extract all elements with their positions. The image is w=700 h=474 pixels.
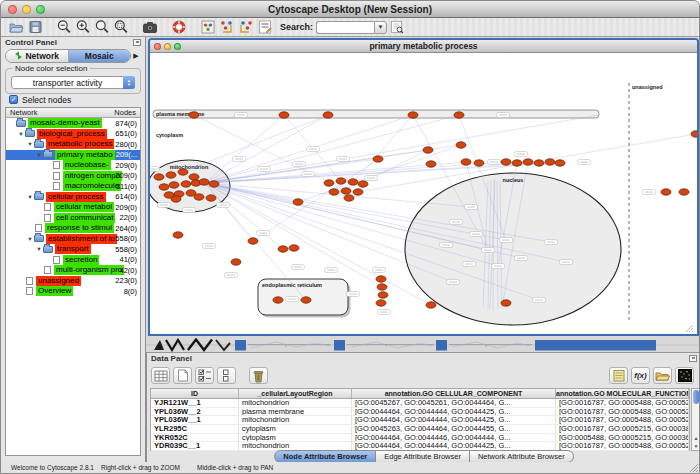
expander-icon[interactable]: ▼	[26, 236, 34, 242]
network-node[interactable]	[661, 189, 671, 195]
network-node[interactable]	[273, 297, 283, 303]
table-cell[interactable]: YJR121W__1	[151, 399, 239, 407]
table-cell[interactable]: [GO:0016787, GO:0005488, GO:0005215, G..…	[556, 399, 689, 407]
network-node[interactable]	[512, 160, 522, 166]
expander-icon[interactable]: ▼	[35, 152, 43, 158]
network-node[interactable]	[679, 189, 689, 195]
tab-overflow-button[interactable]: ▶	[131, 52, 141, 60]
window-titlebar[interactable]: Cytoscape Desktop (New Session)	[1, 1, 699, 18]
table-cell[interactable]: [GO:0044464, GO:0044444, GO:0044425, G..…	[352, 442, 556, 450]
table-cell[interactable]: YDR039C__1	[151, 442, 239, 450]
network-node[interactable]	[353, 189, 363, 195]
tree-row-8[interactable]: cellular metabol209(0)	[6, 202, 140, 213]
tree-row-12[interactable]: ▼transport558(0)	[6, 244, 140, 255]
tree-col-nodes[interactable]: Nodes	[114, 108, 136, 117]
save-button[interactable]	[25, 19, 44, 36]
column-header-1[interactable]: _cellularLayoutRegion	[239, 389, 352, 398]
network-node[interactable]	[501, 300, 511, 306]
tree-col-network[interactable]: Network	[10, 108, 38, 117]
network-node[interactable]	[408, 112, 418, 118]
table-cell[interactable]: YPL036W__2	[151, 408, 239, 416]
table-cell[interactable]: [GO:0016787, GO:0005488, GO:0005215, G..…	[556, 416, 689, 424]
annotation-button[interactable]	[255, 19, 274, 36]
network-node[interactable]	[173, 232, 183, 238]
network-node[interactable]	[166, 172, 176, 178]
tree-row-16[interactable]: Overview8(0)	[6, 286, 140, 297]
select-attributes-button[interactable]	[195, 367, 214, 384]
table-cell[interactable]: [GO:0016787, GO:0005488, GO:0005215, G..…	[556, 442, 689, 450]
network-node[interactable]	[169, 182, 179, 188]
network-node[interactable]	[171, 196, 181, 202]
network-canvas[interactable]: plasma membranecytoplasmmitochondrionnuc…	[150, 53, 697, 334]
search-input[interactable]	[316, 21, 374, 34]
network-node[interactable]	[194, 194, 204, 200]
scroll-down-button[interactable]: ▼	[692, 442, 700, 450]
network-node[interactable]	[376, 276, 386, 282]
notepad-button[interactable]	[609, 367, 628, 384]
table-cell[interactable]: YKR052C	[151, 434, 239, 442]
network-node[interactable]	[474, 160, 484, 166]
table-cell[interactable]: [GO:0044464, GO:0044444, GO:0044425, G..…	[352, 416, 556, 424]
tree-row-10[interactable]: response to stimul264(0)	[6, 223, 140, 234]
network-node[interactable]	[324, 180, 334, 186]
search-options-button[interactable]	[387, 19, 406, 36]
table-row-3[interactable]: YLR295Ccytoplasm[GO:0045263, GO:0044464,…	[151, 425, 689, 434]
network-node[interactable]	[199, 179, 209, 185]
layout-button-2[interactable]	[236, 19, 255, 36]
table-cell[interactable]: [GO:0016787, GO:0005488, GO:0005215, G..…	[556, 408, 689, 416]
network-node[interactable]	[301, 297, 311, 303]
table-cell[interactable]: YLR295C	[151, 425, 239, 433]
column-header-0[interactable]: ID	[151, 389, 239, 398]
expander-icon[interactable]: ▼	[26, 141, 34, 147]
network-node[interactable]	[248, 238, 258, 244]
search-dropdown-arrow[interactable]: ▼	[374, 21, 387, 34]
tree-row-14[interactable]: multi-organism pro42(0)	[6, 265, 140, 276]
network-node[interactable]	[159, 184, 169, 190]
expander-icon[interactable]: ▼	[35, 246, 43, 252]
resize-grip-icon[interactable]	[689, 463, 698, 472]
table-cell[interactable]: cytoplasm	[239, 425, 352, 433]
tree-row-1[interactable]: ▼biological_process651(0)	[6, 129, 140, 140]
network-node[interactable]	[454, 112, 464, 118]
network-view-window[interactable]: primary metabolic process plasma membran…	[148, 38, 699, 336]
dropdown-stepper-icon[interactable]: ▲▼	[123, 76, 135, 89]
tab-network[interactable]: Network	[6, 50, 69, 62]
network-node[interactable]	[423, 147, 433, 153]
table-cell[interactable]: [GO:0044464, GO:0044446, GO:0044444, G..…	[352, 434, 556, 442]
table-row-2[interactable]: YPL036W__1mitochondrion[GO:0044464, GO:0…	[151, 416, 689, 425]
network-node[interactable]	[189, 174, 199, 180]
table-cell[interactable]: cytoplasm	[239, 434, 352, 442]
zoom-in-button[interactable]	[73, 19, 92, 36]
table-cell[interactable]: [GO:0005488, GO:0005215, GO:0003674]	[556, 434, 689, 442]
network-node[interactable]	[278, 246, 288, 252]
network-node[interactable]	[378, 292, 388, 298]
network-node[interactable]	[523, 159, 533, 165]
network-node[interactable]	[534, 160, 544, 166]
network-node[interactable]	[209, 181, 219, 187]
float-data-panel-icon[interactable]	[689, 355, 697, 362]
network-node[interactable]	[289, 245, 299, 251]
table-row-1[interactable]: YPL036W__2plasma membrane[GO:0044464, GO…	[151, 408, 689, 417]
table-cell[interactable]: mitochondrion	[239, 399, 352, 407]
network-node[interactable]	[358, 181, 368, 187]
snapshot-button[interactable]	[140, 19, 159, 36]
network-node[interactable]	[555, 160, 565, 166]
network-window-titlebar[interactable]: primary metabolic process	[150, 40, 697, 53]
table-cell[interactable]: mitochondrion	[239, 416, 352, 424]
network-node[interactable]	[456, 142, 466, 148]
network-node[interactable]	[376, 300, 386, 306]
zoom-selected-button[interactable]	[111, 19, 130, 36]
tree-row-13[interactable]: secretion41(0)	[6, 255, 140, 266]
scroll-up-button[interactable]: ▲	[692, 434, 700, 442]
network-node[interactable]	[178, 169, 188, 175]
network-node[interactable]	[348, 179, 358, 185]
layout-button-1[interactable]	[217, 19, 236, 36]
network-node[interactable]	[377, 284, 387, 290]
network-node[interactable]	[189, 112, 199, 118]
import-attributes-button[interactable]	[653, 367, 672, 384]
tree-row-11[interactable]: ▼establishment of lo558(0)	[6, 234, 140, 245]
zoom-fit-button[interactable]	[92, 19, 111, 36]
table-cell[interactable]: [GO:0045267, GO:0045261, GO:0044464, G..…	[352, 399, 556, 407]
network-node[interactable]	[231, 259, 241, 265]
zoom-out-button[interactable]	[54, 19, 73, 36]
